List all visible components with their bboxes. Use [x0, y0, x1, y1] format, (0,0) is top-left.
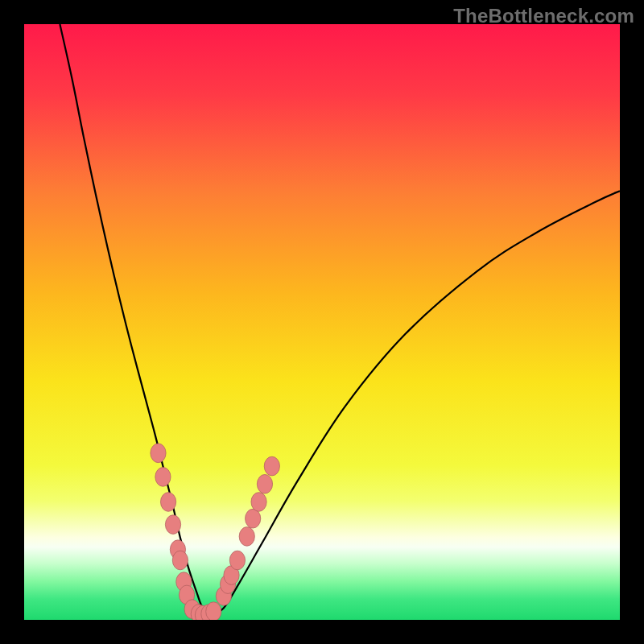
data-marker [160, 493, 175, 512]
data-marker [257, 474, 272, 493]
chart-stage: TheBottleneck.com [0, 0, 644, 644]
data-marker [206, 602, 221, 620]
data-marker [151, 444, 166, 463]
data-marker [165, 515, 180, 535]
data-marker [246, 509, 261, 528]
data-marker [264, 456, 279, 476]
plot-background [24, 24, 620, 620]
data-marker [229, 551, 245, 570]
data-marker [251, 493, 266, 512]
data-marker [155, 468, 171, 487]
data-marker [172, 551, 188, 570]
bottleneck-plot [24, 24, 620, 620]
data-marker [239, 527, 254, 547]
